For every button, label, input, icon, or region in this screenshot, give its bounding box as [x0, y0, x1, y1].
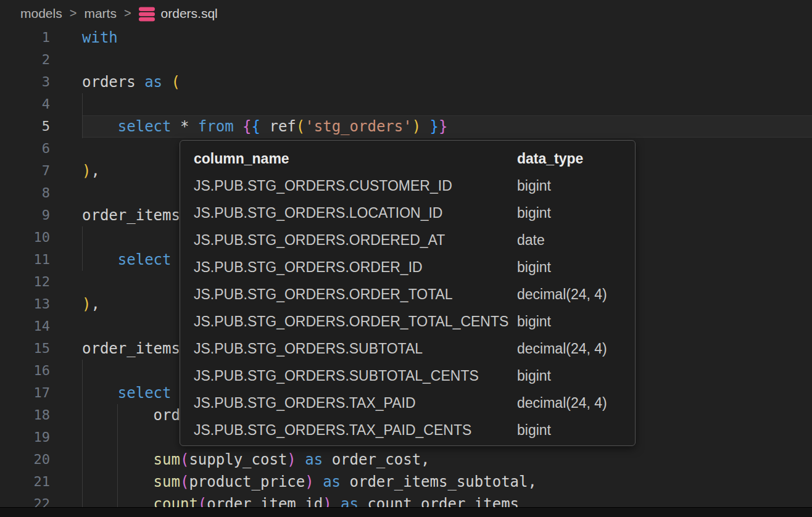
popup-cell-column-name: JS.PUB.STG_ORDERS.ORDER_TOTAL_CENTS [180, 313, 517, 330]
code-line-text[interactable] [82, 93, 812, 115]
column-info-popup: column_namedata_typeJS.PUB.STG_ORDERS.CU… [180, 140, 636, 446]
line-number: 9 [0, 204, 50, 226]
gutter-gap [50, 138, 82, 160]
code-token [189, 118, 197, 135]
code-token: as [305, 451, 323, 468]
breadcrumb-item-marts[interactable]: marts [84, 6, 117, 21]
code-token [296, 451, 305, 468]
gutter-gap [50, 249, 82, 271]
breadcrumb-separator: > [124, 6, 131, 20]
line-number: 16 [0, 360, 50, 382]
code-line-text[interactable] [82, 49, 812, 71]
code-line-text[interactable]: orders as ( [82, 71, 812, 93]
code-line-5[interactable]: 5 select * from {{ ref('stg_orders') }} [0, 115, 812, 138]
code-line-text[interactable]: with [82, 27, 812, 49]
code-token: ref [269, 118, 296, 135]
code-token: orders [82, 73, 144, 91]
line-number: 8 [0, 182, 50, 204]
code-line-1[interactable]: 1with [0, 27, 812, 49]
code-token [421, 118, 429, 135]
code-token: ( [180, 473, 189, 490]
code-token [314, 473, 323, 490]
breadcrumb-separator: > [70, 6, 77, 20]
popup-cell-data-type: decimal(24, 4) [517, 395, 635, 412]
code-token [341, 473, 349, 490]
gutter-gap [50, 160, 82, 182]
code-line-text[interactable]: select * from {{ ref('stg_orders') }} [82, 115, 812, 138]
code-line-20[interactable]: 20 sum(supply_cost) as order_cost, [0, 449, 812, 471]
line-number: 13 [0, 293, 50, 315]
gutter-gap [50, 449, 82, 471]
breadcrumb-file-name[interactable]: orders.sql [161, 6, 218, 21]
code-line-4[interactable]: 4 [0, 93, 812, 115]
code-token: ) [82, 162, 91, 180]
popup-column-row: JS.PUB.STG_ORDERS.ORDER_IDbigint [180, 254, 635, 281]
line-number: 7 [0, 160, 50, 182]
popup-column-row: JS.PUB.STG_ORDERS.CUSTOMER_IDbigint [180, 172, 635, 199]
code-token: ) [412, 118, 421, 135]
code-token [260, 118, 269, 135]
code-line-3[interactable]: 3orders as ( [0, 71, 812, 93]
popup-cell-data-type: bigint [517, 368, 635, 384]
code-token: } [439, 118, 447, 135]
popup-cell-data-type: date [517, 232, 635, 249]
gutter-gap [50, 360, 82, 382]
popup-cell-column-name: JS.PUB.STG_ORDERS.LOCATION_ID [180, 205, 517, 221]
code-token: ( [180, 451, 189, 468]
code-token: supply_cost [189, 451, 287, 468]
code-token: order_items [82, 340, 180, 357]
popup-column-row: JS.PUB.STG_ORDERS.LOCATION_IDbigint [180, 199, 635, 226]
popup-cell-column-name: JS.PUB.STG_ORDERS.ORDERED_AT [180, 232, 517, 249]
indent-guide [82, 93, 83, 138]
line-number: 12 [0, 271, 50, 293]
gutter-gap [50, 382, 82, 404]
popup-column-row: JS.PUB.STG_ORDERS.SUBTOTALdecimal(24, 4) [180, 335, 635, 362]
gutter-gap [50, 404, 82, 426]
code-token: sum [154, 473, 180, 490]
popup-column-row: JS.PUB.STG_ORDERS.ORDER_TOTALdecimal(24,… [180, 281, 635, 308]
gutter-gap [50, 49, 82, 71]
breadcrumb-item-models[interactable]: models [20, 6, 62, 21]
popup-cell-column-name: JS.PUB.STG_ORDERS.ORDER_ID [180, 259, 517, 276]
line-number: 21 [0, 471, 50, 493]
gutter-gap [50, 315, 82, 337]
line-number: 6 [0, 138, 50, 160]
popup-header-column-name: column_name [180, 151, 517, 167]
code-token [82, 251, 118, 268]
popup-cell-column-name: JS.PUB.STG_ORDERS.TAX_PAID_CENTS [180, 422, 517, 439]
code-token [323, 451, 331, 468]
line-number: 17 [0, 382, 50, 404]
popup-cell-data-type: bigint [517, 205, 635, 221]
indent-guide [117, 404, 118, 507]
code-line-text[interactable]: sum(supply_cost) as order_cost, [82, 449, 812, 471]
line-number: 1 [0, 27, 50, 49]
code-token: } [430, 118, 439, 135]
code-token: select [118, 251, 172, 268]
indent-guide [82, 226, 83, 271]
gutter-gap [50, 115, 82, 138]
code-token: { [252, 118, 260, 135]
popup-cell-data-type: bigint [517, 313, 635, 330]
popup-cell-data-type: bigint [517, 259, 635, 276]
line-number: 20 [0, 449, 50, 471]
gutter-gap [50, 426, 82, 449]
gutter-gap [50, 293, 82, 315]
code-line-21[interactable]: 21 sum(product_price) as order_items_sub… [0, 471, 812, 493]
code-token [82, 118, 118, 135]
gutter-gap [50, 271, 82, 293]
breadcrumb: models > marts > orders.sql [0, 0, 812, 27]
popup-cell-data-type: decimal(24, 4) [517, 341, 635, 357]
popup-column-row: JS.PUB.STG_ORDERS.ORDER_TOTAL_CENTSbigin… [180, 308, 635, 335]
line-number: 2 [0, 49, 50, 71]
indent-guide [82, 360, 83, 507]
popup-column-row: JS.PUB.STG_ORDERS.TAX_PAID_CENTSbigint [180, 416, 635, 444]
code-token [234, 118, 242, 135]
popup-column-row: JS.PUB.STG_ORDERS.ORDERED_ATdate [180, 226, 635, 254]
code-token [82, 384, 118, 402]
popup-cell-data-type: bigint [517, 422, 635, 439]
popup-header-data-type: data_type [517, 151, 635, 167]
code-line-2[interactable]: 2 [0, 49, 812, 71]
code-line-text[interactable]: sum(product_price) as order_items_subtot… [82, 471, 812, 493]
popup-column-row: JS.PUB.STG_ORDERS.SUBTOTAL_CENTSbigint [180, 362, 635, 389]
popup-header-row: column_namedata_type [180, 145, 635, 172]
